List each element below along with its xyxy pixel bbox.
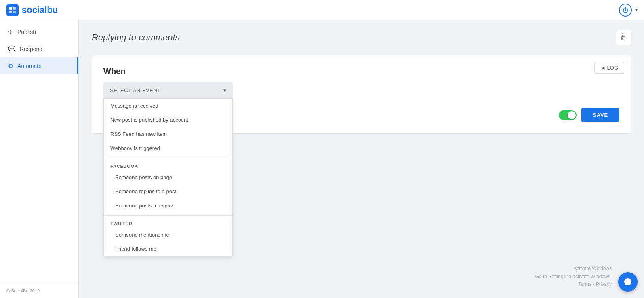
svg-rect-3 [13,11,16,13]
sidebar-footer: © SocialBu 2019 [0,283,78,298]
svg-rect-1 [13,7,16,10]
save-button[interactable]: SAVE [581,108,619,122]
sidebar-item-automate[interactable]: ⚙ Automate [0,57,78,74]
dropdown-section-twitter: TWITTER [104,218,232,228]
dropdown-item-rss-feed[interactable]: RSS Feed has new item [104,127,232,141]
logo[interactable]: socialbu [6,4,58,16]
event-dropdown[interactable]: Message is received New post is publishe… [103,98,233,256]
sidebar: ✈ Publish 💬 Respond ⚙ Automate © SocialB… [0,20,79,298]
when-label: When [103,67,619,76]
activate-line1: Activate Windows [535,265,612,273]
select-chevron-icon: ▾ [223,87,227,93]
dropdown-divider-2 [104,215,232,216]
dropdown-item-posts-on-page[interactable]: Someone posts on page [104,170,232,184]
sidebar-item-publish-label: Publish [17,29,36,35]
publish-icon: ✈ [8,28,13,36]
page-header: Replying to comments 🗑 [92,30,631,45]
active-toggle[interactable] [559,110,577,120]
event-select-container: SELECT AN EVENT ▾ Message is received Ne… [103,82,233,98]
dropdown-item-webhook[interactable]: Webhook is triggered [104,141,232,155]
activate-windows-watermark: Activate Windows Go to Settings to activ… [535,265,612,288]
svg-rect-0 [9,7,12,10]
dropdown-item-mentions-me[interactable]: Someone mentions me [104,228,232,242]
footer-separator: - [593,281,596,287]
sidebar-item-publish[interactable]: ✈ Publish [0,23,78,40]
sidebar-item-respond[interactable]: 💬 Respond [0,40,78,57]
privacy-link[interactable]: Privacy [596,281,612,287]
power-button[interactable]: ⏻ [619,4,632,17]
sidebar-nav: ✈ Publish 💬 Respond ⚙ Automate [0,23,78,74]
svg-rect-2 [9,11,12,13]
automation-card: ◄ LOG When SELECT AN EVENT ▾ Message is … [92,55,631,134]
terms-link[interactable]: Terms [578,281,591,287]
event-select-trigger[interactable]: SELECT AN EVENT ▾ [103,82,233,98]
automate-icon: ⚙ [8,62,13,70]
dropdown-item-message[interactable]: Message is received [104,99,232,113]
logo-icon [6,4,19,16]
respond-icon: 💬 [8,45,16,53]
footer-links: Terms - Privacy [535,281,612,288]
topnav-right: ⏻ ▾ [619,4,638,17]
chevron-down-icon[interactable]: ▾ [635,7,638,13]
delete-button[interactable]: 🗑 [616,30,631,45]
activate-line2: Go to Settings to activate Windows. [535,273,612,281]
page-title: Replying to comments [92,32,180,43]
sidebar-item-respond-label: Respond [20,46,42,52]
dropdown-divider-1 [104,158,232,158]
main-content: Replying to comments 🗑 ◄ LOG When SELECT… [79,20,644,298]
sidebar-item-automate-label: Automate [17,63,42,69]
logo-text: socialbu [22,5,58,15]
dropdown-item-replies-to-post[interactable]: Someone replies to a post [104,184,232,199]
dropdown-item-posts-review[interactable]: Someone posts a review [104,199,232,213]
toggle-knob [568,111,576,119]
main-layout: ✈ Publish 💬 Respond ⚙ Automate © SocialB… [0,20,644,298]
dropdown-item-new-post[interactable]: New post is published by account [104,113,232,127]
select-placeholder: SELECT AN EVENT [110,87,161,93]
copyright-text: © SocialBu 2019 [6,288,40,293]
chat-button[interactable] [618,272,638,292]
top-navigation: socialbu ⏻ ▾ [0,0,644,20]
dropdown-item-friend-follows[interactable]: Friend follows me [104,242,232,256]
dropdown-section-facebook: FACEBOOK [104,161,232,170]
log-button[interactable]: ◄ LOG [594,62,624,74]
